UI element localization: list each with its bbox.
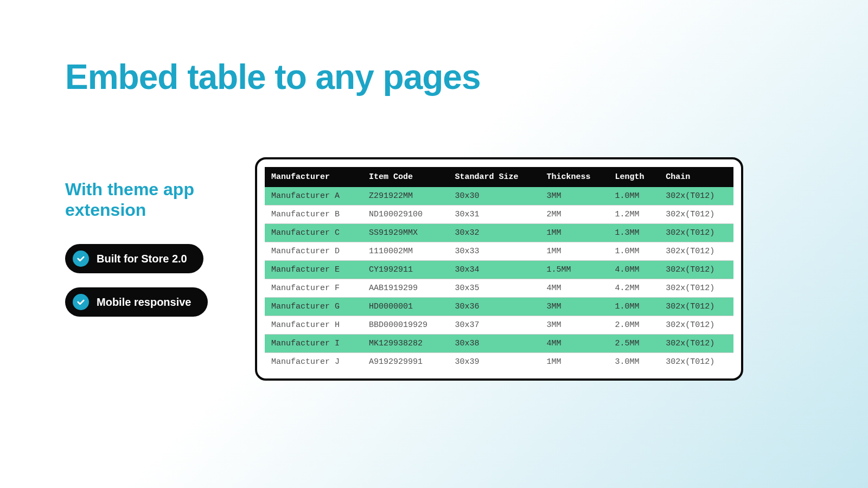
table-cell: 30x30: [448, 187, 540, 206]
table-cell: ND100029100: [362, 206, 448, 224]
table-cell: A9192929991: [362, 353, 448, 371]
table-cell: 4.0MM: [609, 261, 660, 279]
table-cell: 302x(T012): [659, 316, 733, 335]
table-cell: 1MM: [540, 242, 609, 261]
table-cell: 302x(T012): [659, 335, 733, 353]
table-row: Manufacturer D1110002MM30x331MM1.0MM302x…: [265, 242, 733, 261]
table-header-row: Manufacturer Item Code Standard Size Thi…: [265, 167, 733, 187]
table-cell: 302x(T012): [659, 261, 733, 279]
table-cell: Manufacturer F: [265, 279, 362, 298]
table-cell: Manufacturer G: [265, 298, 362, 316]
feature-pill-store20: Built for Store 2.0: [65, 244, 203, 273]
check-icon: [73, 294, 89, 310]
table-row: Manufacturer JA919292999130x391MM3.0MM30…: [265, 353, 733, 371]
table-cell: Manufacturer B: [265, 206, 362, 224]
table-cell: 1.0MM: [609, 298, 660, 316]
col-item-code: Item Code: [362, 167, 448, 187]
table-cell: 1.5MM: [540, 261, 609, 279]
table-cell: 2MM: [540, 206, 609, 224]
table-cell: 302x(T012): [659, 242, 733, 261]
manufacturer-table: Manufacturer Item Code Standard Size Thi…: [265, 167, 733, 371]
table-cell: AAB1919299: [362, 279, 448, 298]
table-cell: 1.0MM: [609, 242, 660, 261]
table-cell: Manufacturer H: [265, 316, 362, 335]
table-cell: 30x39: [448, 353, 540, 371]
table-row: Manufacturer BND10002910030x312MM1.2MM30…: [265, 206, 733, 224]
table-cell: 1MM: [540, 224, 609, 242]
table-cell: 302x(T012): [659, 187, 733, 206]
table-cell: 1.2MM: [609, 206, 660, 224]
col-standard-size: Standard Size: [448, 167, 540, 187]
table-cell: 302x(T012): [659, 224, 733, 242]
table-cell: 30x35: [448, 279, 540, 298]
table-cell: 302x(T012): [659, 279, 733, 298]
table-cell: 3.0MM: [609, 353, 660, 371]
embedded-table-card: Manufacturer Item Code Standard Size Thi…: [255, 157, 743, 381]
table-cell: Manufacturer I: [265, 335, 362, 353]
col-thickness: Thickness: [540, 167, 609, 187]
table-cell: 3MM: [540, 187, 609, 206]
col-length: Length: [609, 167, 660, 187]
table-cell: 30x38: [448, 335, 540, 353]
table-cell: 4MM: [540, 279, 609, 298]
feature-pill-mobile: Mobile responsive: [65, 287, 208, 317]
table-cell: BBD000019929: [362, 316, 448, 335]
table-cell: Manufacturer D: [265, 242, 362, 261]
table-cell: 2.0MM: [609, 316, 660, 335]
table-cell: 3MM: [540, 316, 609, 335]
table-cell: 30x36: [448, 298, 540, 316]
table-row: Manufacturer AZ291922MM30x303MM1.0MM302x…: [265, 187, 733, 206]
table-cell: 1110002MM: [362, 242, 448, 261]
feature-label: Mobile responsive: [97, 296, 192, 309]
table-cell: 2.5MM: [609, 335, 660, 353]
table-row: Manufacturer ECY199291130x341.5MM4.0MM30…: [265, 261, 733, 279]
check-icon: [73, 251, 89, 267]
table-cell: 302x(T012): [659, 206, 733, 224]
table-cell: 1MM: [540, 353, 609, 371]
table-cell: Manufacturer E: [265, 261, 362, 279]
table-cell: 30x37: [448, 316, 540, 335]
table-cell: 1.0MM: [609, 187, 660, 206]
page-subtitle: With theme app extension: [65, 179, 239, 221]
table-cell: 302x(T012): [659, 298, 733, 316]
table-cell: Manufacturer J: [265, 353, 362, 371]
table-cell: CY1992911: [362, 261, 448, 279]
table-row: Manufacturer HBBD00001992930x373MM2.0MM3…: [265, 316, 733, 335]
table-cell: 3MM: [540, 298, 609, 316]
table-row: Manufacturer CSS91929MMX30x321MM1.3MM302…: [265, 224, 733, 242]
col-manufacturer: Manufacturer: [265, 167, 362, 187]
table-row: Manufacturer IMK12993828230x384MM2.5MM30…: [265, 335, 733, 353]
table-cell: 30x31: [448, 206, 540, 224]
page-title: Embed table to any pages: [65, 57, 481, 97]
table-cell: 4.2MM: [609, 279, 660, 298]
table-cell: 30x32: [448, 224, 540, 242]
table-row: Manufacturer GHD000000130x363MM1.0MM302x…: [265, 298, 733, 316]
table-cell: Z291922MM: [362, 187, 448, 206]
table-cell: HD0000001: [362, 298, 448, 316]
col-chain: Chain: [659, 167, 733, 187]
table-cell: MK129938282: [362, 335, 448, 353]
table-cell: 30x34: [448, 261, 540, 279]
table-cell: SS91929MMX: [362, 224, 448, 242]
table-cell: Manufacturer C: [265, 224, 362, 242]
table-row: Manufacturer FAAB191929930x354MM4.2MM302…: [265, 279, 733, 298]
table-cell: 302x(T012): [659, 353, 733, 371]
table-cell: 4MM: [540, 335, 609, 353]
feature-label: Built for Store 2.0: [97, 253, 187, 265]
table-cell: Manufacturer A: [265, 187, 362, 206]
table-cell: 1.3MM: [609, 224, 660, 242]
table-cell: 30x33: [448, 242, 540, 261]
